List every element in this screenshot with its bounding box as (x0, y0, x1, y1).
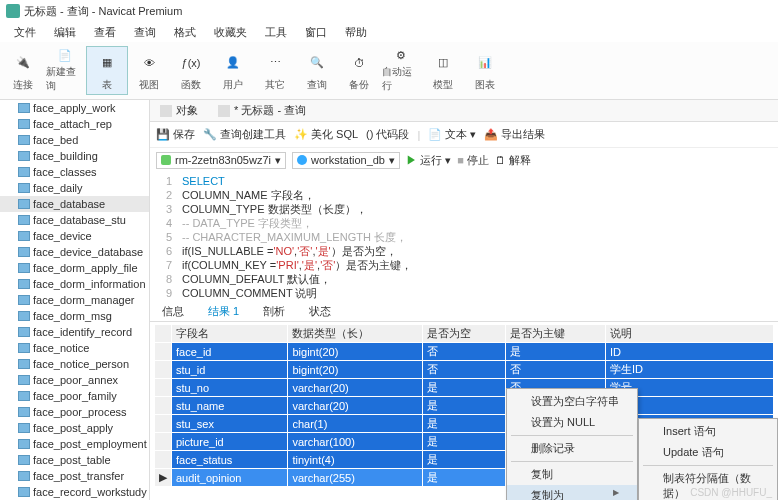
tree-face_attach_rep[interactable]: face_attach_rep (0, 116, 149, 132)
tree-face_post_table[interactable]: face_post_table (0, 452, 149, 468)
menu-set-blank[interactable]: 设置为空白字符串 (507, 391, 637, 412)
tree-face_notice[interactable]: face_notice (0, 340, 149, 356)
cell[interactable]: bigint(20) (288, 361, 423, 379)
export-button[interactable]: 📤 导出结果 (484, 127, 545, 142)
tree-face_record_workstudy[interactable]: face_record_workstudy (0, 484, 149, 500)
cell[interactable]: stu_sex (172, 415, 288, 433)
tree-face_post_employment[interactable]: face_post_employment (0, 436, 149, 452)
builder-button[interactable]: 🔧 查询创建工具 (203, 127, 286, 142)
tree-face_dorm_information[interactable]: face_dorm_information (0, 276, 149, 292)
object-tree[interactable]: face_apply_workface_attach_repface_bedfa… (0, 100, 150, 500)
tab-info[interactable]: 信息 (158, 302, 188, 321)
context-menu[interactable]: 设置为空白字符串 设置为 NULL 删除记录 复制 复制为 粘贴 显示 (506, 388, 638, 500)
menu-查看[interactable]: 查看 (86, 23, 124, 42)
cell[interactable]: ID (605, 343, 773, 361)
segment-button[interactable]: () 代码段 (366, 127, 409, 142)
menu-copy[interactable]: 复制 (507, 464, 637, 485)
tree-face_device_database[interactable]: face_device_database (0, 244, 149, 260)
cell[interactable]: stu_id (172, 361, 288, 379)
cell[interactable]: 是 (422, 415, 505, 433)
tree-face_device[interactable]: face_device (0, 228, 149, 244)
cell[interactable]: 是 (422, 469, 505, 487)
cell[interactable]: varchar(100) (288, 433, 423, 451)
cell[interactable]: 是 (505, 343, 605, 361)
tree-face_post_transfer[interactable]: face_post_transfer (0, 468, 149, 484)
tree-face_notice_person[interactable]: face_notice_person (0, 356, 149, 372)
cell[interactable]: varchar(20) (288, 397, 423, 415)
tree-face_poor_family[interactable]: face_poor_family (0, 388, 149, 404)
tab-result1[interactable]: 结果 1 (204, 302, 243, 321)
menu-窗口[interactable]: 窗口 (297, 23, 335, 42)
explain-button[interactable]: 🗒 解释 (495, 153, 531, 168)
menu-copy-as[interactable]: 复制为 (507, 485, 637, 500)
toolbar-fx[interactable]: ƒ(x)函数 (170, 46, 212, 95)
text-button[interactable]: 📄 文本 ▾ (428, 127, 476, 142)
menu-格式[interactable]: 格式 (166, 23, 204, 42)
menu-帮助[interactable]: 帮助 (337, 23, 375, 42)
tree-face_database[interactable]: face_database (0, 196, 149, 212)
menu-收藏夹[interactable]: 收藏夹 (206, 23, 255, 42)
submenu-update[interactable]: Update 语句 (639, 442, 777, 463)
cell[interactable]: char(1) (288, 415, 423, 433)
sql-editor[interactable]: 1SELECT2 COLUMN_NAME 字段名，3 COLUMN_TYPE 数… (150, 172, 778, 302)
tree-face_poor_annex[interactable]: face_poor_annex (0, 372, 149, 388)
toolbar-model[interactable]: ◫模型 (422, 46, 464, 95)
toolbar-user[interactable]: 👤用户 (212, 46, 254, 95)
cell[interactable]: 否 (422, 361, 505, 379)
connection-select[interactable]: rm-2zetn83n05wz7i ▾ (156, 152, 286, 169)
toolbar-backup[interactable]: ⏱备份 (338, 46, 380, 95)
cell[interactable]: picture_id (172, 433, 288, 451)
tree-face_bed[interactable]: face_bed (0, 132, 149, 148)
cell[interactable]: tinyint(4) (288, 451, 423, 469)
cell[interactable]: 是 (422, 451, 505, 469)
cell[interactable]: face_status (172, 451, 288, 469)
cell[interactable]: 否 (505, 361, 605, 379)
cell[interactable]: face_id (172, 343, 288, 361)
menu-set-null[interactable]: 设置为 NULL (507, 412, 637, 433)
tree-face_database_stu[interactable]: face_database_stu (0, 212, 149, 228)
cell[interactable]: 学生ID (605, 361, 773, 379)
cell[interactable]: 否 (422, 343, 505, 361)
toolbar-newq[interactable]: 📄新建查询 (44, 46, 86, 95)
tree-face_dorm_apply_file[interactable]: face_dorm_apply_file (0, 260, 149, 276)
tree-face_classes[interactable]: face_classes (0, 164, 149, 180)
cell[interactable]: stu_name (172, 397, 288, 415)
cell[interactable]: 是 (422, 379, 505, 397)
tab-status[interactable]: 状态 (305, 302, 335, 321)
toolbar-other[interactable]: ⋯其它 (254, 46, 296, 95)
tree-face_poor_process[interactable]: face_poor_process (0, 404, 149, 420)
stop-button[interactable]: ■ 停止 (457, 153, 489, 168)
run-button[interactable]: ▶ 运行 ▾ (406, 153, 451, 168)
toolbar-table[interactable]: ▦表 (86, 46, 128, 95)
cell[interactable]: varchar(255) (288, 469, 423, 487)
tab-profile[interactable]: 剖析 (259, 302, 289, 321)
tree-face_apply_work[interactable]: face_apply_work (0, 100, 149, 116)
toolbar-view[interactable]: 👁视图 (128, 46, 170, 95)
database-select[interactable]: workstation_db ▾ (292, 152, 400, 169)
menu-delete[interactable]: 删除记录 (507, 438, 637, 459)
tab-query[interactable]: * 无标题 - 查询 (212, 101, 312, 120)
toolbar-query[interactable]: 🔍查询 (296, 46, 338, 95)
tree-face_identify_record[interactable]: face_identify_record (0, 324, 149, 340)
submenu-insert[interactable]: Insert 语句 (639, 421, 777, 442)
tree-face_building[interactable]: face_building (0, 148, 149, 164)
save-button[interactable]: 💾 保存 (156, 127, 195, 142)
tree-face_dorm_manager[interactable]: face_dorm_manager (0, 292, 149, 308)
beautify-button[interactable]: ✨ 美化 SQL (294, 127, 358, 142)
cell[interactable]: bigint(20) (288, 343, 423, 361)
menu-文件[interactable]: 文件 (6, 23, 44, 42)
toolbar-auto[interactable]: ⚙自动运行 (380, 46, 422, 95)
cell[interactable]: varchar(20) (288, 379, 423, 397)
toolbar-chart[interactable]: 📊图表 (464, 46, 506, 95)
cell[interactable]: audit_opinion (172, 469, 288, 487)
menu-查询[interactable]: 查询 (126, 23, 164, 42)
tree-face_post_apply[interactable]: face_post_apply (0, 420, 149, 436)
toolbar-plug[interactable]: 🔌连接 (2, 46, 44, 95)
menu-编辑[interactable]: 编辑 (46, 23, 84, 42)
cell[interactable]: 是 (422, 433, 505, 451)
tree-face_dorm_msg[interactable]: face_dorm_msg (0, 308, 149, 324)
cell[interactable]: stu_no (172, 379, 288, 397)
cell[interactable]: 是 (422, 397, 505, 415)
tab-objects[interactable]: 对象 (154, 101, 204, 120)
menu-工具[interactable]: 工具 (257, 23, 295, 42)
